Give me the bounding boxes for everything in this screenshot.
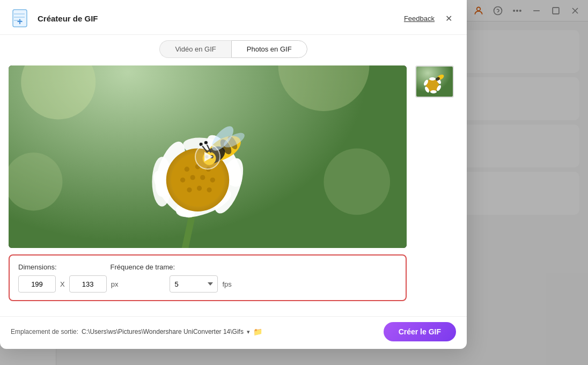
play-triangle-icon [204, 152, 213, 162]
tab-video-gif[interactable]: Vidéo en GIF [159, 40, 231, 58]
svg-point-39 [180, 178, 185, 182]
output-path: C:\Users\ws\Pictures\Wondershare UniConv… [82, 328, 244, 335]
add-file-button[interactable]: + [11, 8, 32, 29]
svg-point-44 [197, 186, 202, 191]
modal-tabs: Vidéo en GIF Photos en GIF [0, 35, 467, 58]
dimensions-inputs: X px 5 10 15 20 25 30 [18, 275, 397, 293]
modal-header: + Créateur de GIF Feedback ✕ [0, 0, 467, 35]
thumbnails-section [415, 65, 458, 309]
thumbnail-image-1 [416, 67, 454, 98]
play-button[interactable] [195, 144, 220, 170]
modal-title-row: + Créateur de GIF [11, 8, 98, 29]
svg-point-45 [207, 187, 211, 192]
dimensions-label: Dimensions: [18, 263, 57, 271]
dimensions-labels-row: Dimensions: Fréquence de trame: [18, 263, 397, 271]
svg-point-42 [210, 178, 215, 182]
modal-header-right: Feedback ✕ [404, 11, 456, 26]
video-preview [9, 65, 407, 248]
create-gif-button[interactable]: Créer le GIF [384, 322, 456, 341]
fps-label: Fréquence de trame: [111, 263, 175, 271]
svg-text:+: + [17, 16, 23, 27]
modal-footer: Emplacement de sortie: C:\Users\ws\Pictu… [0, 316, 467, 349]
svg-point-43 [187, 187, 192, 192]
height-input[interactable] [69, 275, 107, 293]
fps-unit-label: fps [222, 280, 231, 288]
svg-point-64 [430, 90, 437, 93]
x-separator: X [60, 280, 65, 288]
add-file-icon-svg: + [12, 9, 31, 28]
svg-point-41 [200, 175, 205, 180]
px-label: px [111, 280, 119, 288]
svg-point-36 [185, 167, 189, 172]
svg-point-23 [324, 149, 390, 215]
modal-body: Dimensions: Fréquence de trame: X px 5 1 [0, 58, 467, 316]
tab-photos-gif[interactable]: Photos en GIF [231, 40, 307, 58]
modal-title: Créateur de GIF [38, 14, 98, 23]
svg-point-40 [190, 175, 195, 180]
path-dropdown-button[interactable]: ▾ [247, 328, 250, 335]
fps-select[interactable]: 5 10 15 20 25 30 [170, 275, 218, 293]
folder-icon[interactable]: 📁 [253, 327, 262, 336]
output-label: Emplacement de sortie: [11, 328, 78, 335]
app-background: Accue Mes fi Outils UniConv est nouvelle… [0, 0, 588, 365]
output-path-row: Emplacement de sortie: C:\Users\ws\Pictu… [11, 327, 262, 336]
modal-gif-creator: + Créateur de GIF Feedback ✕ Vidéo en GI… [0, 0, 467, 349]
dimensions-panel: Dimensions: Fréquence de trame: X px 5 1 [9, 254, 407, 301]
modal-close-button[interactable]: ✕ [441, 11, 456, 26]
width-input[interactable] [18, 275, 56, 293]
video-section: Dimensions: Fréquence de trame: X px 5 1 [9, 65, 407, 309]
thumbnail-item-1[interactable] [415, 65, 454, 98]
feedback-link[interactable]: Feedback [404, 14, 435, 23]
modal-overlay: + Créateur de GIF Feedback ✕ Vidéo en GI… [0, 0, 588, 365]
svg-point-61 [429, 77, 436, 81]
